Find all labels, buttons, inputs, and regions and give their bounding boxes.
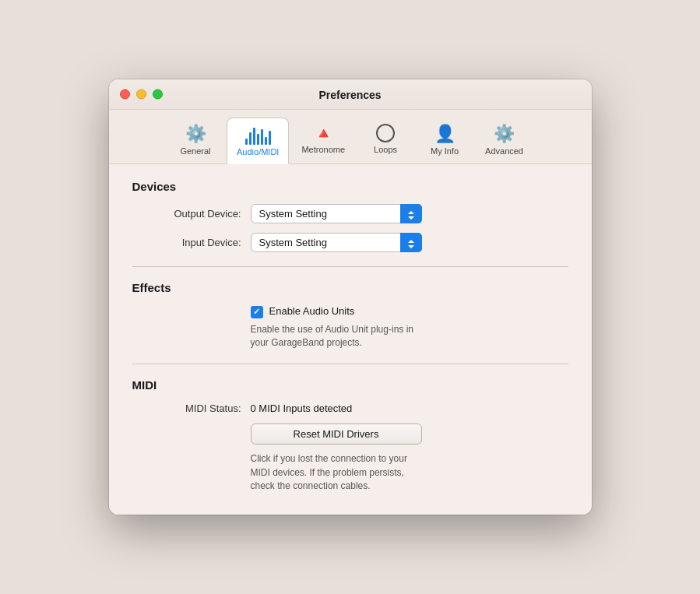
output-device-select-wrapper: System Setting [251, 204, 422, 223]
divider-2 [132, 364, 568, 364]
enable-audio-units-label: Enable Audio Units [269, 305, 355, 317]
devices-section: Devices Output Device: System Setting In… [132, 180, 568, 252]
input-device-select-wrapper: System Setting [251, 233, 422, 252]
midi-title: MIDI [132, 378, 568, 392]
reset-midi-drivers-button[interactable]: Reset MIDI Drivers [251, 424, 422, 445]
midi-description: Click if you lost the connection to your… [132, 452, 428, 493]
effects-title: Effects [132, 281, 568, 294]
enable-audio-units-row: Enable Audio Units [132, 305, 568, 318]
tab-metronome-label: Metronome [301, 145, 345, 154]
close-button[interactable] [120, 89, 130, 99]
content-area: Devices Output Device: System Setting In… [109, 164, 592, 515]
tab-metronome[interactable]: 🔺 Metronome [292, 118, 354, 163]
audio-midi-icon [245, 125, 271, 145]
general-icon: ⚙️ [185, 124, 206, 144]
input-device-select[interactable]: System Setting [251, 233, 422, 252]
tab-my-info-label: My Info [431, 146, 459, 156]
title-bar: Preferences [109, 79, 592, 110]
toolbar: ⚙️ General Audio/MIDI 🔺 Metronome Loops [109, 110, 592, 164]
traffic-lights [120, 89, 163, 99]
output-device-row: Output Device: System Setting [132, 204, 568, 223]
preferences-window: Preferences ⚙️ General Audio/MIDI 🔺 Metr… [109, 79, 592, 515]
my-info-icon: 👤 [434, 124, 456, 144]
input-device-row: Input Device: System Setting [132, 233, 568, 252]
midi-status-value: 0 MIDI Inputs detected [251, 402, 353, 414]
advanced-icon: ⚙️ [494, 124, 515, 144]
enable-audio-units-description: Enable the use of Audio Unit plug-ins in… [132, 323, 428, 350]
effects-section: Effects Enable Audio Units Enable the us… [132, 281, 568, 350]
tab-audio-midi[interactable]: Audio/MIDI [227, 118, 289, 164]
midi-section: MIDI MIDI Status: 0 MIDI Inputs detected… [132, 378, 568, 493]
enable-audio-units-checkbox[interactable] [251, 306, 263, 318]
midi-status-row: MIDI Status: 0 MIDI Inputs detected [132, 402, 568, 414]
tab-loops-label: Loops [374, 145, 397, 154]
output-device-label: Output Device: [132, 208, 241, 220]
metronome-icon: 🔺 [314, 124, 333, 142]
window-title: Preferences [318, 89, 381, 101]
tab-my-info[interactable]: 👤 My Info [417, 118, 473, 163]
midi-status-label: MIDI Status: [132, 402, 241, 414]
minimize-button[interactable] [136, 89, 146, 99]
tab-audio-midi-label: Audio/MIDI [237, 147, 279, 156]
maximize-button[interactable] [153, 89, 163, 99]
tab-advanced-label: Advanced [485, 146, 523, 156]
loops-icon [376, 124, 395, 142]
tab-general[interactable]: ⚙️ General [167, 118, 223, 163]
input-device-label: Input Device: [132, 237, 241, 248]
tab-advanced[interactable]: ⚙️ Advanced [476, 118, 533, 163]
tab-loops[interactable]: Loops [357, 118, 413, 163]
output-device-select[interactable]: System Setting [251, 204, 422, 223]
devices-title: Devices [132, 180, 568, 193]
divider-1 [132, 266, 568, 267]
tab-general-label: General [180, 146, 210, 156]
